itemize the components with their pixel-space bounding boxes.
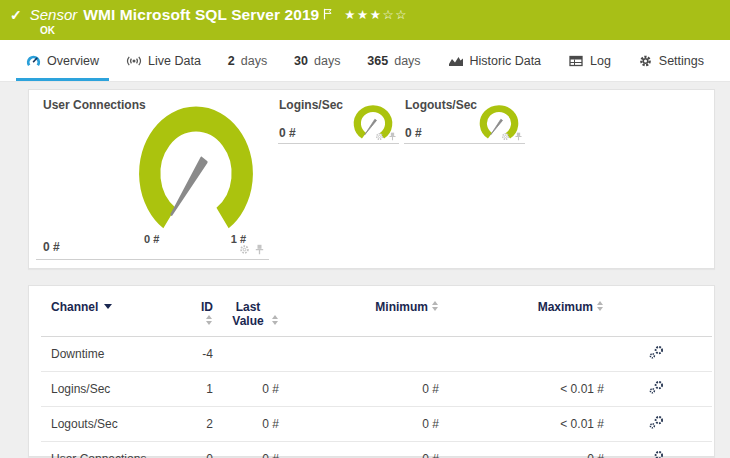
tab-live-data[interactable]: Live Data (116, 40, 211, 81)
gauge-widget-logouts-sec: Logouts/Sec 0 # (404, 98, 525, 144)
tab-overview[interactable]: Overview (16, 40, 109, 81)
priority-stars[interactable]: ★★★☆☆ (344, 9, 408, 21)
area-chart-icon (448, 54, 464, 68)
channels-table: Channel ID Last Value Minimum Maximum Do… (41, 300, 712, 458)
table-row-user-connections: User Connections 0 0 # 0 # 0 # (41, 442, 712, 458)
channel-name: Logouts/Sec (41, 407, 191, 442)
channels-panel: Channel ID Last Value Minimum Maximum Do… (28, 285, 715, 457)
channel-id: -4 (191, 337, 221, 372)
gauge-icon (26, 54, 41, 68)
channel-settings-gears-icon[interactable] (648, 415, 665, 430)
tab-2-days[interactable]: 2 days (218, 40, 277, 81)
gauge-arc (134, 106, 258, 230)
gauge-widget-logins-sec: Logins/Sec 0 # (278, 98, 399, 144)
tab-label: Historic Data (470, 54, 542, 68)
sensor-header: ✓ Sensor WMI Microsoft SQL Server 2019 ★… (0, 0, 730, 40)
column-header-channel[interactable]: Channel (41, 300, 191, 337)
tab-label: Live Data (148, 54, 201, 68)
tab-label: days (241, 54, 267, 68)
channel-last-value: 0 # (221, 372, 287, 407)
broadcast-icon (126, 54, 142, 68)
tab-number: 2 (228, 54, 235, 68)
gauge-current-value: 0 # (43, 240, 60, 254)
channel-maximum: < 0.01 # (447, 372, 612, 407)
tab-label: Settings (659, 54, 704, 68)
prtg-sensor-page: ✓ Sensor WMI Microsoft SQL Server 2019 ★… (0, 0, 730, 458)
pin-icon[interactable] (514, 132, 523, 141)
gear-icon[interactable] (375, 132, 384, 141)
tab-log[interactable]: Log (558, 40, 621, 81)
column-header-maximum[interactable]: Maximum (447, 300, 612, 337)
stars-filled[interactable]: ★★★ (344, 8, 382, 22)
column-header-last-value[interactable]: Last Value (221, 300, 287, 337)
channel-id: 0 (191, 442, 221, 458)
channel-last-value: 0 # (221, 442, 287, 458)
channel-last-value: 0 # (221, 407, 287, 442)
tab-365-days[interactable]: 365 days (357, 40, 430, 81)
stars-empty[interactable]: ☆☆ (382, 8, 407, 22)
gear-icon[interactable] (239, 244, 250, 255)
gauge-needle (172, 158, 207, 214)
table-row-downtime: Downtime -4 (41, 337, 712, 372)
tab-30-days[interactable]: 30 days (284, 40, 350, 81)
gauges-panel: User Connections 0 # 1 # 0 # (28, 89, 715, 269)
channel-maximum (447, 337, 612, 372)
channel-minimum: 0 # (287, 372, 447, 407)
sort-icon (272, 315, 279, 325)
sensor-status-badge: OK (40, 25, 718, 36)
pin-icon[interactable] (254, 244, 265, 255)
tab-historic-data[interactable]: Historic Data (438, 40, 552, 81)
sensor-title: WMI Microsoft SQL Server 2019 (83, 6, 319, 24)
channel-id: 1 (191, 372, 221, 407)
channel-id: 2 (191, 407, 221, 442)
tab-label: days (394, 54, 420, 68)
user-connections-gauge: 0 # 1 # (134, 106, 258, 246)
tab-label: Overview (47, 54, 99, 68)
column-header-id[interactable]: ID (191, 300, 221, 337)
gauge-current-value: 0 # (279, 126, 296, 140)
tab-number: 30 (294, 54, 308, 68)
gear-icon[interactable] (501, 132, 510, 141)
channel-maximum: < 0.01 # (447, 407, 612, 442)
channel-minimum: 0 # (287, 442, 447, 458)
sort-icon (432, 301, 439, 311)
tab-number: 365 (367, 54, 388, 68)
chevron-down-icon (104, 304, 112, 309)
tab-label: Log (590, 54, 611, 68)
tab-settings[interactable]: Settings (628, 40, 714, 81)
channel-settings-gears-icon[interactable] (648, 380, 665, 395)
flag-icon[interactable] (323, 6, 332, 24)
table-row-logouts-sec: Logouts/Sec 2 0 # 0 # < 0.01 # (41, 407, 712, 442)
sort-icon (206, 315, 213, 325)
channel-maximum: 0 # (447, 442, 612, 458)
channel-settings-gears-icon[interactable] (648, 450, 665, 458)
channel-minimum: 0 # (287, 407, 447, 442)
channel-settings-gears-icon[interactable] (648, 345, 665, 360)
column-header-actions (612, 300, 712, 337)
channel-minimum (287, 337, 447, 372)
channel-last-value (221, 337, 287, 372)
gauge-min-label: 0 # (144, 233, 159, 245)
status-ok-check-icon: ✓ (10, 8, 22, 22)
overview-content: User Connections 0 # 1 # 0 # (0, 82, 730, 457)
channel-name: Logins/Sec (41, 372, 191, 407)
gear-icon (638, 54, 653, 68)
table-row-logins-sec: Logins/Sec 1 0 # 0 # < 0.01 # (41, 372, 712, 407)
pin-icon[interactable] (388, 132, 397, 141)
column-header-minimum[interactable]: Minimum (287, 300, 447, 337)
sensor-kind-label: Sensor (30, 6, 78, 23)
channel-name: Downtime (41, 337, 191, 372)
channel-name: User Connections (41, 442, 191, 458)
tab-label: days (314, 54, 340, 68)
gauge-widget-user-connections: User Connections 0 # 1 # 0 # (36, 98, 269, 260)
tab-bar: Overview Live Data 2 days 30 days 365 da… (0, 40, 730, 82)
gauge-current-value: 0 # (405, 126, 422, 140)
sort-icon (597, 301, 604, 311)
log-table-icon (568, 54, 584, 68)
